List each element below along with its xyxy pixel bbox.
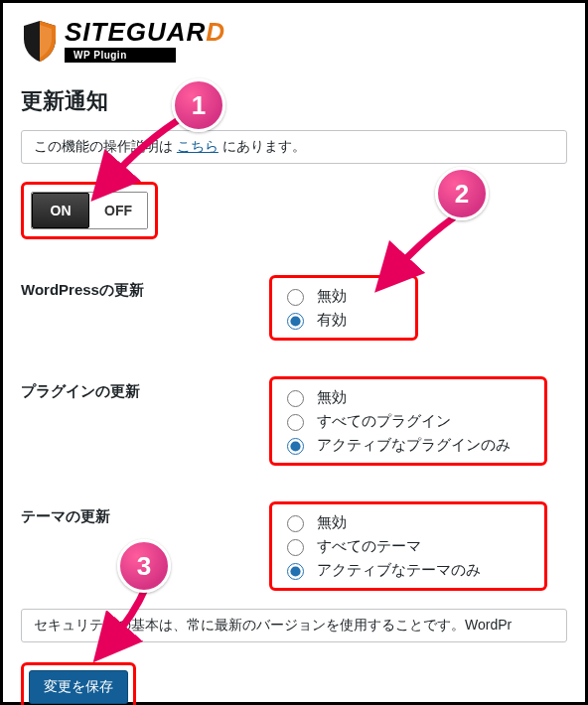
row-label: テーマの更新 [21,501,269,526]
options-highlight: 無効 すべてのプラグイン アクティブなプラグインのみ [269,376,547,466]
option-label: すべてのプラグイン [317,412,451,431]
row-wordpress-update: WordPressの更新 無効 有効 [21,275,567,341]
toggle-on-button[interactable]: ON [32,193,89,228]
logo-text: SITEGUARD [65,19,225,45]
radio-input[interactable] [287,539,304,556]
option-label: 無効 [317,513,347,532]
option-item[interactable]: アクティブなプラグインのみ [282,433,534,457]
option-label: すべてのテーマ [317,537,421,556]
option-item[interactable]: すべてのテーマ [282,534,534,558]
radio-input[interactable] [287,313,304,330]
option-label: 有効 [317,311,347,330]
option-item[interactable]: 無効 [282,385,534,409]
radio-input[interactable] [287,563,304,580]
save-highlight: 変更を保存 [21,662,136,705]
option-item[interactable]: 有効 [282,308,405,332]
radio-input[interactable] [287,515,304,532]
options-highlight: 無効 すべてのテーマ アクティブなテーマのみ [269,501,547,591]
radio-input[interactable] [287,414,304,431]
row-label: WordPressの更新 [21,275,269,300]
option-item[interactable]: アクティブなテーマのみ [282,558,534,582]
option-label: アクティブなプラグインのみ [317,436,511,455]
siteguard-logo: SITEGUARD WP Plugin [21,19,567,63]
shield-icon [21,19,59,63]
logo-subtext: WP Plugin [65,48,176,63]
radio-input[interactable] [287,289,304,306]
radio-input[interactable] [287,390,304,407]
save-button[interactable]: 変更を保存 [29,670,128,704]
annotation-badge-3: 3 [117,539,171,593]
option-item[interactable]: 無効 [282,284,405,308]
info-suffix: にあります。 [219,138,306,154]
option-item[interactable]: 無効 [282,510,534,534]
annotation-badge-1: 1 [172,78,225,132]
radio-input[interactable] [287,438,304,455]
row-plugin-update: プラグインの更新 無効 すべてのプラグイン アクティブなプラグインのみ [21,376,567,466]
toggle-off-button[interactable]: OFF [89,193,147,228]
row-theme-update: テーマの更新 無効 すべてのテーマ アクティブなテーマのみ [21,501,567,591]
annotation-badge-2: 2 [435,167,489,220]
feature-toggle: ON OFF [31,192,148,229]
annotation-arrow-2 [378,212,468,286]
annotation-arrow-3 [94,581,164,655]
option-item[interactable]: すべてのプラグイン [282,409,534,433]
option-label: アクティブなテーマのみ [317,561,481,580]
option-label: 無効 [317,388,347,407]
row-label: プラグインの更新 [21,376,269,401]
option-label: 無効 [317,287,347,306]
